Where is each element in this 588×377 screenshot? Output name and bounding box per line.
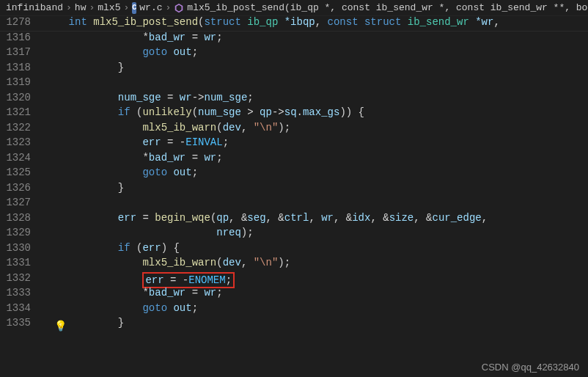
line-number: 1326 [0, 182, 44, 197]
breadcrumb-item[interactable]: mlx5 [98, 2, 120, 13]
chevron-right-icon: › [123, 2, 129, 13]
line-number: 1320 [0, 92, 44, 107]
watermark: CSDN @qq_42632840 [482, 362, 579, 373]
code-text: int mlx5_ib_post_send(struct ib_qp *ibqp… [44, 16, 500, 31]
line-number: 1334 [0, 302, 44, 318]
sticky-scroll-line[interactable]: 1278 int mlx5_ib_post_send(struct ib_qp … [0, 16, 588, 32]
line-number: 1319 [0, 76, 44, 92]
breadcrumb-file[interactable]: wr.c [139, 2, 162, 13]
line-number: 1328 [0, 212, 44, 227]
breadcrumb[interactable]: infiniband › hw › mlx5 › C wr.c › mlx5_i… [0, 0, 588, 16]
code-text: *bad_wr = wr; [44, 287, 223, 302]
line-number: 1329 [0, 227, 44, 242]
line-number: 1324 [0, 152, 44, 167]
line-number: 1321 [0, 106, 44, 122]
code-text: *bad_wr = wr; [44, 152, 223, 167]
code-text: } [44, 182, 124, 197]
code-text: num_sge = wr->num_sge; [44, 92, 254, 107]
code-text: if (err) { [44, 242, 180, 257]
code-text: goto out; [44, 46, 198, 62]
code-text: if (unlikely(num_sge > qp->sq.max_gs)) { [44, 106, 364, 122]
lightbulb-icon[interactable]: 💡 [54, 320, 67, 332]
line-number: 1333 [0, 287, 44, 302]
code-text: err = -ENOMEM; [44, 272, 235, 288]
line-number: 1318 [0, 62, 44, 77]
line-number: 1330 [0, 242, 44, 257]
c-file-icon: C [132, 2, 136, 14]
line-number: 1325 [0, 166, 44, 182]
line-number: 1317 [0, 46, 44, 62]
breadcrumb-item[interactable]: infiniband [6, 2, 63, 13]
line-number: 1278 [0, 16, 44, 31]
line-number: 1323 [0, 136, 44, 152]
breadcrumb-symbol[interactable]: mlx5_ib_post_send(ib_qp *, const ib_send… [187, 2, 588, 13]
code-text: mlx5_ib_warn(dev, "\n"); [44, 257, 290, 272]
code-text: mlx5_ib_warn(dev, "\n"); [44, 122, 290, 137]
code-text: goto out; [44, 166, 198, 182]
line-number: 1332 [0, 272, 44, 288]
code-text: } [44, 62, 124, 77]
code-text: nreq); [44, 227, 254, 242]
highlighted-code: err = -ENOMEM; [142, 272, 235, 288]
line-number: 1327 [0, 197, 44, 212]
line-number: 1316 [0, 32, 44, 47]
chevron-right-icon: › [166, 2, 172, 13]
code-text: goto out; [44, 302, 198, 318]
chevron-right-icon: › [66, 2, 72, 13]
editor-body[interactable]: 1316 *bad_wr = wr; 1317 goto out; 1318 }… [0, 32, 588, 332]
symbol-method-icon [174, 2, 184, 14]
breadcrumb-item[interactable]: hw [75, 2, 87, 13]
code-text: err = begin_wqe(qp, &seg, &ctrl, wr, &id… [44, 212, 488, 227]
line-number: 1331 [0, 257, 44, 272]
code-text: err = -EINVAL; [44, 136, 229, 152]
code-text: *bad_wr = wr; [44, 32, 223, 47]
line-number: 1335 [0, 317, 44, 332]
line-number: 1322 [0, 122, 44, 137]
chevron-right-icon: › [89, 2, 95, 13]
